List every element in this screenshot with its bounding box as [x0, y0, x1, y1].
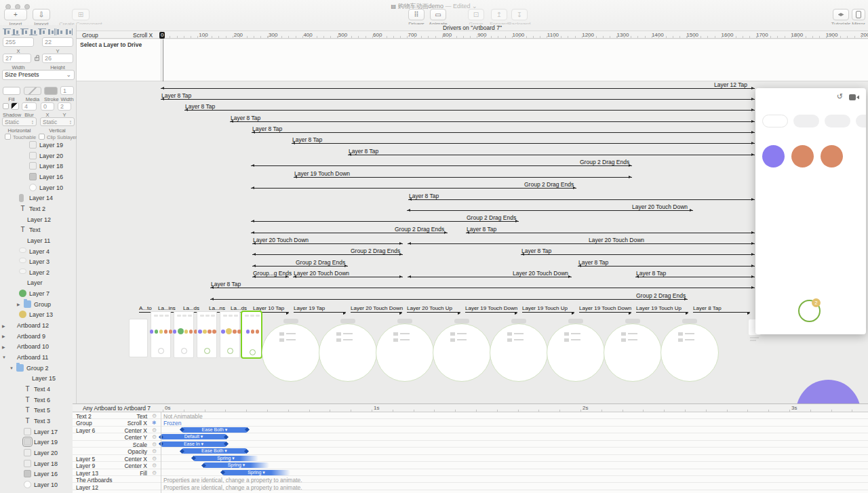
layer-row[interactable]: Layer 14	[0, 193, 77, 203]
driver-label[interactable]: Layer 8 Tap	[349, 148, 378, 155]
layer-row[interactable]: Layer 16	[0, 172, 77, 182]
align-icon-0[interactable]	[3, 28, 11, 35]
driver-label[interactable]: Layer 19 Touch Down	[294, 170, 350, 177]
driver-line[interactable]	[210, 288, 755, 288]
forward-button[interactable]: ↥	[491, 9, 507, 20]
layer-row[interactable]: ▶Artboard 9	[0, 331, 77, 342]
gear-icon[interactable]: ⚙	[152, 456, 157, 462]
layer-row[interactable]: Layer 4	[0, 246, 77, 257]
timeline-row[interactable]: Opacity⚙Ease Both ▾	[73, 448, 868, 454]
stroke-swatch[interactable]	[44, 87, 58, 95]
timeline-row[interactable]: Text 2Text⚙Not Animatable	[73, 412, 868, 419]
layer-row[interactable]: Layer 19	[0, 140, 77, 151]
driver-line[interactable]	[408, 277, 572, 277]
height-field[interactable]	[42, 54, 73, 63]
driver-line[interactable]	[408, 199, 755, 200]
artboard-thumbnail[interactable]	[197, 311, 217, 358]
flow-artboard-label[interactable]: Layer 8 Tap	[693, 305, 750, 313]
layer-row[interactable]: Layer 10	[0, 182, 77, 193]
driver-line[interactable]	[348, 155, 755, 155]
layer-row[interactable]: Layer 11	[0, 235, 77, 246]
artboard-thumbnail-circle[interactable]	[319, 323, 377, 382]
artboard-thumbnail[interactable]	[220, 311, 240, 358]
driver-line[interactable]	[252, 243, 403, 244]
layer-row[interactable]: Layer 18	[0, 161, 77, 172]
driver-line[interactable]	[251, 165, 632, 166]
animation-bar[interactable]: Spring ▾	[203, 462, 269, 468]
driver-label[interactable]: Layer 8 Tap	[409, 193, 439, 199]
layer-row[interactable]: Layer 19	[0, 437, 77, 448]
blur-field[interactable]	[22, 102, 37, 111]
driver-label[interactable]: Group 2 Drag Ends	[580, 159, 629, 165]
layer-row[interactable]: Layer 16	[0, 469, 77, 479]
timeline-row[interactable]: GroupScroll X❄Frozen	[73, 419, 868, 426]
timeline-row[interactable]: Layer 5Center X⚙Spring ▾	[73, 455, 868, 462]
driver-line[interactable]	[252, 277, 289, 277]
timeline-row[interactable]: Center Y⚙Default ▾	[73, 433, 868, 440]
animation-bar[interactable]: Ease Both ▾	[182, 448, 247, 454]
driver-line[interactable]	[252, 266, 348, 267]
keyframe-diamond-icon[interactable]	[201, 463, 206, 468]
driver-label[interactable]: Layer 20 Touch Down	[294, 270, 349, 277]
align-icon-4[interactable]	[38, 28, 46, 35]
artboard-thumbnail[interactable]	[129, 319, 148, 357]
artboard-thumbnail-circle[interactable]	[376, 323, 434, 382]
driver-line[interactable]	[292, 143, 755, 144]
preview-pill-button[interactable]	[825, 115, 850, 127]
playhead-badge[interactable]: 0	[159, 32, 165, 39]
driver-label[interactable]: Layer 8 Tap	[211, 281, 241, 288]
layer-row[interactable]: Layer 15	[0, 373, 77, 384]
animation-bar[interactable]: Spring ▾	[193, 456, 258, 461]
artboard-thumbnail-circle[interactable]	[660, 323, 719, 382]
layer-row[interactable]: TText 6	[0, 395, 77, 406]
preview-pill-button[interactable]	[793, 115, 819, 127]
artboard-thumbnail-circle[interactable]	[604, 323, 662, 382]
layer-row[interactable]: Layer 3	[0, 256, 77, 267]
flow-artboard-label[interactable]: Layer 19 Tap	[294, 305, 346, 313]
align-icon-3[interactable]	[29, 28, 37, 35]
timeline-row[interactable]: The ArtboardsProperties are identical, c…	[73, 476, 868, 483]
driver-label[interactable]: Layer 8 Tap	[185, 103, 215, 110]
insert-button[interactable]: +	[4, 9, 27, 20]
layer-row[interactable]: ▼Artboard 11	[0, 352, 77, 363]
mirror-button[interactable]	[852, 9, 865, 20]
layer-row[interactable]: ▶Artboard 12	[0, 320, 77, 331]
driver-line[interactable]	[407, 210, 693, 211]
driver-label[interactable]: Layer 20 Touch Down	[632, 203, 688, 210]
driver-line[interactable]	[251, 233, 448, 233]
layer-row[interactable]: TText 5	[0, 405, 77, 416]
keyframe-diamond-icon[interactable]	[180, 427, 184, 432]
driver-line[interactable]	[294, 177, 632, 178]
preview-pill-button[interactable]	[762, 115, 788, 127]
fill-swatch[interactable]	[3, 87, 20, 95]
layer-row[interactable]: Layer 12	[0, 214, 77, 225]
driver-label[interactable]: Group 2 Drag Ends	[467, 214, 516, 221]
driver-label[interactable]: Layer 20 Touch Down	[513, 270, 568, 277]
driver-label[interactable]: Layer 8 Tap	[467, 226, 496, 233]
size-presets-select[interactable]: Size Presets ⌄	[2, 70, 75, 80]
align-icon-6[interactable]	[56, 28, 64, 35]
driver-label[interactable]: Layer 8 Tap	[252, 125, 282, 132]
driver-line[interactable]	[184, 110, 755, 111]
align-icon-1[interactable]	[12, 28, 20, 35]
layer-row[interactable]: Layer 10	[0, 479, 77, 490]
driver-label[interactable]: Layer 8 Tap	[636, 270, 666, 277]
artboard-thumbnail[interactable]	[174, 311, 194, 358]
driver-label[interactable]: Layer 20 Touch Down	[253, 237, 309, 243]
y-field[interactable]	[42, 37, 73, 47]
driver-label[interactable]: Layer 20 Touch Down	[589, 237, 644, 243]
gear-icon[interactable]: ⚙	[152, 448, 157, 454]
flow-artboard-label[interactable]: Layer 19 Touch Up	[636, 305, 688, 313]
gear-icon[interactable]: ⚙	[152, 434, 157, 440]
shadow-x-field[interactable]	[41, 102, 54, 111]
driver-line[interactable]	[521, 254, 755, 255]
disclosure-triangle-icon[interactable]: ▼	[9, 366, 14, 370]
layer-row[interactable]: ▶Artboard 10	[0, 341, 77, 352]
layer-row[interactable]: Layer 13	[0, 309, 77, 320]
import-button[interactable]: ⇩	[33, 9, 50, 20]
timeline-row[interactable]: Layer 12Properties are identical, change…	[73, 484, 868, 490]
driver-line[interactable]	[230, 121, 755, 122]
driver-line[interactable]	[408, 243, 755, 244]
driver-line[interactable]	[635, 277, 755, 277]
keyframe-diamond-icon[interactable]	[244, 449, 249, 454]
